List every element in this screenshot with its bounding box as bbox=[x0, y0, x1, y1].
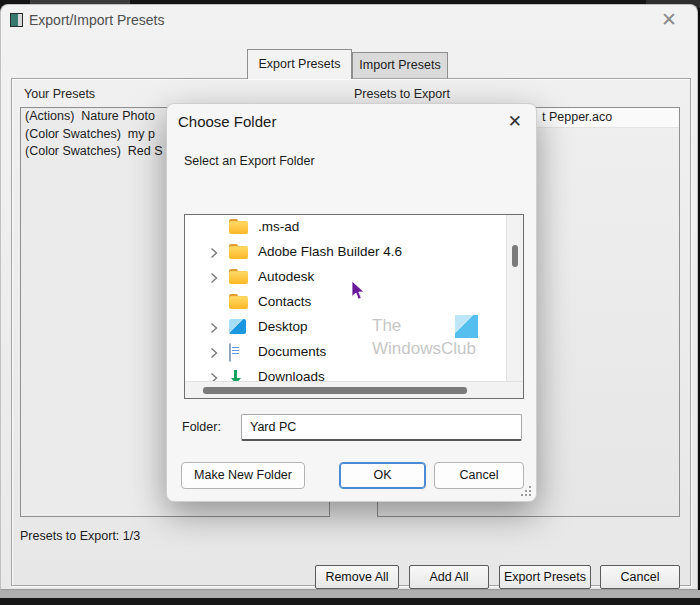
remove-all-button[interactable]: Remove All bbox=[315, 565, 399, 589]
tree-item-contacts[interactable]: Contacts bbox=[185, 290, 507, 315]
tree-item-label: Desktop bbox=[258, 319, 308, 334]
add-all-button[interactable]: Add All bbox=[409, 565, 489, 589]
tab-export-presets[interactable]: Export Presets bbox=[247, 49, 352, 79]
folder-tree[interactable]: .ms-ad Adobe Flash Builder 4.6 Autodesk … bbox=[184, 214, 524, 399]
mouse-cursor-icon bbox=[351, 281, 365, 301]
tree-item-ms-ad[interactable]: .ms-ad bbox=[185, 215, 507, 240]
tree-item-label: Documents bbox=[258, 344, 326, 359]
choose-folder-dialog: Choose Folder ✕ Select an Export Folder … bbox=[166, 103, 537, 502]
chevron-right-icon[interactable] bbox=[210, 347, 218, 359]
chevron-right-icon[interactable] bbox=[210, 272, 218, 284]
dialog-subtitle: Select an Export Folder bbox=[184, 154, 315, 168]
background-app-taskbar-strip bbox=[0, 598, 700, 605]
folder-name-input[interactable] bbox=[241, 414, 522, 441]
tree-item-adobe-flash-builder[interactable]: Adobe Flash Builder 4.6 bbox=[185, 240, 507, 265]
dialog-close-icon[interactable]: ✕ bbox=[508, 111, 522, 132]
vertical-scrollbar-thumb[interactable] bbox=[512, 245, 518, 267]
cancel-button[interactable]: Cancel bbox=[600, 565, 680, 589]
tree-item-label: Adobe Flash Builder 4.6 bbox=[258, 244, 402, 259]
tree-item-label: Contacts bbox=[258, 294, 311, 309]
horizontal-scrollbar[interactable] bbox=[185, 381, 523, 398]
presets-to-export-header: Presets to Export bbox=[354, 87, 450, 101]
window-title: Export/Import Presets bbox=[29, 12, 164, 28]
watermark-line1: The bbox=[372, 314, 532, 337]
tree-item-label: .ms-ad bbox=[258, 219, 299, 234]
horizontal-scrollbar-thumb[interactable] bbox=[203, 387, 467, 394]
watermark-line2: WindowsClub bbox=[372, 337, 532, 360]
watermark-text: The WindowsClub bbox=[372, 314, 532, 360]
app-icon bbox=[10, 13, 23, 27]
desktop-icon bbox=[229, 319, 246, 334]
background-app-bottom-strip bbox=[0, 590, 700, 598]
your-presets-header: Your Presets bbox=[24, 87, 95, 101]
chevron-right-icon[interactable] bbox=[210, 322, 218, 334]
bottom-button-row: Remove All Add All Export Presets Cancel bbox=[12, 565, 684, 591]
tab-import-presets[interactable]: Import Presets bbox=[352, 52, 448, 78]
documents-icon bbox=[229, 343, 231, 362]
resize-grip[interactable] bbox=[518, 483, 531, 496]
window-close-icon[interactable]: ✕ bbox=[661, 9, 677, 31]
export-presets-button[interactable]: Export Presets bbox=[499, 565, 591, 589]
tree-item-autodesk[interactable]: Autodesk bbox=[185, 265, 507, 290]
folder-field-label: Folder: bbox=[182, 420, 221, 434]
dialog-cancel-button[interactable]: Cancel bbox=[434, 462, 524, 489]
chevron-right-icon[interactable] bbox=[210, 247, 218, 259]
ok-button[interactable]: OK bbox=[339, 462, 426, 489]
dialog-title: Choose Folder bbox=[178, 113, 276, 130]
make-new-folder-button[interactable]: Make New Folder bbox=[181, 462, 305, 489]
title-bar: Export/Import Presets ✕ bbox=[1, 5, 697, 41]
tree-item-label: Autodesk bbox=[258, 269, 314, 284]
presets-export-count: Presets to Export: 1/3 bbox=[20, 529, 140, 543]
